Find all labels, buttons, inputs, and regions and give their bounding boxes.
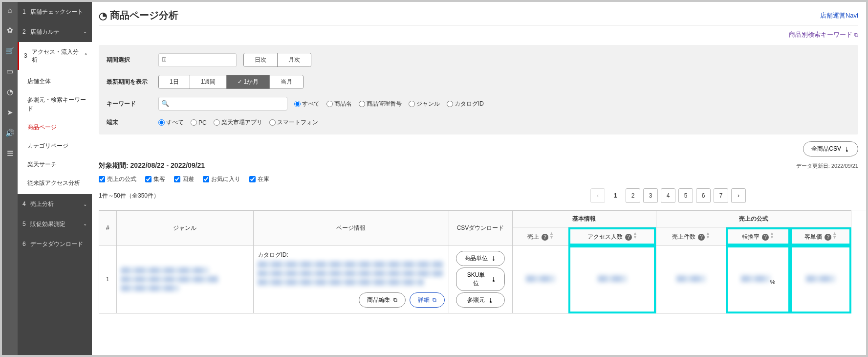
th-price[interactable]: 客単価 ?▲▼: [790, 227, 851, 245]
pager-4[interactable]: 4: [661, 188, 675, 203]
kw-radio-num[interactable]: 商品管理番号: [359, 100, 402, 108]
sidebar-item-promo[interactable]: 5 販促効果測定 ⌄: [18, 214, 92, 234]
list-icon[interactable]: ☰: [5, 149, 15, 158]
table-row: 1 カタログID: 商品編集 ⧉ 詳細 ⧉: [99, 245, 851, 313]
navi-link[interactable]: 店舗運営Navi: [820, 11, 858, 20]
icon-rail: ⌂ ✿ 🛒 ▭ ◔ ➤ 🔊 ☰: [2, 2, 18, 355]
sidebar-item-checksheet[interactable]: 1 店舗チェックシート: [18, 2, 92, 22]
freq-monthly[interactable]: 月次: [278, 53, 311, 67]
th-basic: 基本情報: [512, 211, 656, 227]
sidebar-sub-legacy[interactable]: 従来版アクセス分析: [18, 174, 92, 192]
device-radios: すべて PC 楽天市場アプリ スマートフォン: [158, 118, 318, 127]
recent-toggle: 1日 1週間 1か月 当月: [158, 75, 304, 89]
pager-info: 1件～50件（全350件）: [99, 192, 159, 200]
external-icon: ⧉: [433, 297, 436, 303]
check-browse[interactable]: 回遊: [174, 175, 194, 183]
download-icon: ⭳: [491, 255, 497, 262]
column-checks: 売上の公式 集客 回遊 お気に入り 在庫: [99, 175, 866, 183]
cell-sales: [512, 245, 568, 313]
th-formula: 売上の公式: [656, 211, 851, 227]
sidebar-item-access[interactable]: 3 アクセス・流入分析 ^: [18, 42, 92, 70]
pager-5[interactable]: 5: [678, 188, 693, 203]
edit-button[interactable]: 商品編集 ⧉: [359, 292, 406, 308]
help-icon[interactable]: ?: [698, 234, 705, 241]
help-icon[interactable]: ?: [825, 234, 831, 241]
kw-radio-name[interactable]: 商品名: [326, 100, 352, 108]
csv-product-button[interactable]: 商品単位 ⭳: [456, 251, 505, 266]
pager-prev[interactable]: ‹: [590, 188, 605, 203]
recent-1d[interactable]: 1日: [159, 75, 190, 89]
csv-all-button[interactable]: 全商品CSV ⭳: [803, 141, 858, 156]
freq-toggle: 日次 月次: [243, 53, 311, 67]
date-input[interactable]: [158, 53, 237, 67]
home-icon[interactable]: ⌂: [5, 5, 15, 15]
th-orders[interactable]: 売上件数 ?▲▼: [656, 227, 726, 245]
sidebar-sub-store[interactable]: 店舗全体: [18, 72, 92, 90]
kw-radio-genre[interactable]: ジャンル: [409, 100, 440, 108]
date-input-wrap: 🗓: [158, 53, 237, 67]
pager-3[interactable]: 3: [643, 188, 658, 203]
sidebar-sub-product[interactable]: 商品ページ: [18, 118, 92, 136]
kw-radio-all[interactable]: すべて: [294, 100, 320, 108]
download-icon: ⭳: [491, 276, 497, 283]
help-icon[interactable]: ?: [542, 234, 548, 241]
check-attract[interactable]: 集客: [145, 175, 165, 183]
recent-1m[interactable]: 1か月: [227, 75, 270, 89]
search-icon: 🔍: [161, 100, 169, 107]
external-icon: ⧉: [854, 32, 858, 38]
pager-6[interactable]: 6: [696, 188, 711, 203]
sidebar-item-karte[interactable]: 2 店舗カルテ ⌄: [18, 22, 92, 42]
dev-radio-app[interactable]: 楽天市場アプリ: [214, 118, 262, 127]
pie-icon: ◔: [99, 10, 107, 22]
keyword-link[interactable]: 商品別検索キーワード ⧉: [789, 31, 858, 38]
th-sales[interactable]: 売上 ?▲▼: [512, 227, 568, 245]
cart-icon[interactable]: 🛒: [5, 46, 15, 56]
sidebar-item-sales[interactable]: 4 売上分析 ⌄: [18, 194, 92, 214]
page-title: ◔商品ページ分析: [99, 9, 178, 22]
recent-1w[interactable]: 1週間: [190, 75, 227, 89]
th-page: ページ情報: [253, 211, 449, 245]
chevron-down-icon: ⌄: [83, 221, 87, 227]
check-stock[interactable]: 在庫: [249, 175, 269, 183]
divider: [99, 25, 858, 25]
plane-icon[interactable]: ➤: [5, 108, 15, 117]
sidebar-item-download[interactable]: 6 データダウンロード: [18, 234, 92, 254]
dev-radio-sp[interactable]: スマートフォン: [269, 118, 318, 127]
sidebar-sub-search[interactable]: 楽天サーチ: [18, 155, 92, 174]
csv-sku-button[interactable]: SKU単位 ⭳: [456, 268, 505, 291]
cell-cvr: %: [726, 245, 790, 313]
filter-panel: 期間選択 🗓 日次 月次 最新期間を表示 1日 1週間 1か月 当月: [99, 45, 858, 134]
help-icon[interactable]: ?: [625, 234, 632, 241]
sidebar-sub-category[interactable]: カテゴリページ: [18, 136, 92, 155]
freq-daily[interactable]: 日次: [244, 53, 278, 67]
catalog-label: カタログID:: [258, 251, 445, 259]
dev-radio-all[interactable]: すべて: [158, 118, 184, 127]
updated-date: データ更新日: 2022/09/21: [796, 162, 858, 170]
chart-icon[interactable]: ◔: [5, 87, 15, 97]
pager-1[interactable]: 1: [608, 188, 623, 203]
check-formula[interactable]: 売上の公式: [99, 175, 136, 183]
pagination: 1件～50件（全350件） ‹ 1 2 3 4 5 6 7 ›: [99, 188, 866, 203]
cell-orders: [656, 245, 726, 313]
keyword-input[interactable]: [158, 97, 287, 111]
gear-icon[interactable]: ✿: [5, 25, 15, 35]
main-content: ◔商品ページ分析 店舗運営Navi 商品別検索キーワード ⧉ 期間選択 🗓 日次…: [92, 2, 866, 355]
detail-button[interactable]: 詳細 ⧉: [410, 292, 445, 308]
help-icon[interactable]: ?: [762, 234, 769, 241]
sidebar-sub-referrer[interactable]: 参照元・検索キーワード: [18, 90, 92, 118]
check-fav[interactable]: お気に入り: [203, 175, 240, 183]
th-num: #: [99, 211, 117, 245]
recent-label: 最新期間を表示: [107, 78, 152, 86]
speaker-icon[interactable]: 🔊: [5, 128, 15, 138]
th-cvr[interactable]: 転換率 ?▲▼: [726, 227, 790, 245]
kw-radio-catalog[interactable]: カタログID: [447, 100, 484, 108]
pager-next[interactable]: ›: [731, 188, 746, 203]
recent-cur[interactable]: 当月: [270, 75, 303, 89]
th-access[interactable]: アクセス人数 ?▲▼: [568, 227, 656, 245]
csv-ref-button[interactable]: 参照元 ⭳: [456, 292, 505, 308]
pager-7[interactable]: 7: [714, 188, 728, 203]
screen-icon[interactable]: ▭: [5, 67, 15, 76]
keyword-label: キーワード: [107, 100, 152, 108]
pager-2[interactable]: 2: [626, 188, 640, 203]
dev-radio-pc[interactable]: PC: [191, 119, 207, 126]
